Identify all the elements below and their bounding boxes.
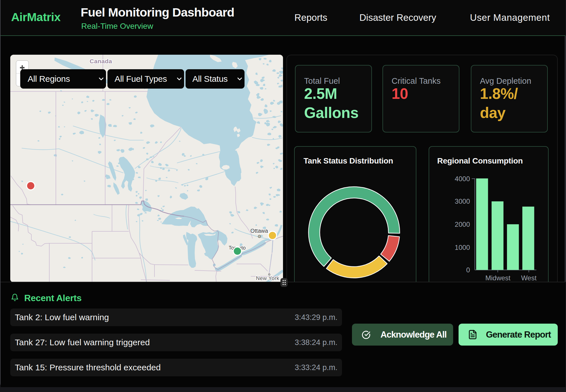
svg-text:4000: 4000 [455, 175, 470, 183]
svg-text:0: 0 [466, 266, 470, 274]
svg-text:New York: New York [256, 275, 279, 281]
svg-text:Canada: Canada [90, 58, 112, 64]
svg-text:2000: 2000 [455, 220, 470, 228]
svg-text:Midwest: Midwest [485, 274, 510, 282]
svg-text:3000: 3000 [455, 197, 470, 205]
svg-text:Ottawa: Ottawa [251, 228, 268, 234]
svg-text:1000: 1000 [455, 244, 470, 251]
svg-text:West: West [521, 274, 537, 282]
